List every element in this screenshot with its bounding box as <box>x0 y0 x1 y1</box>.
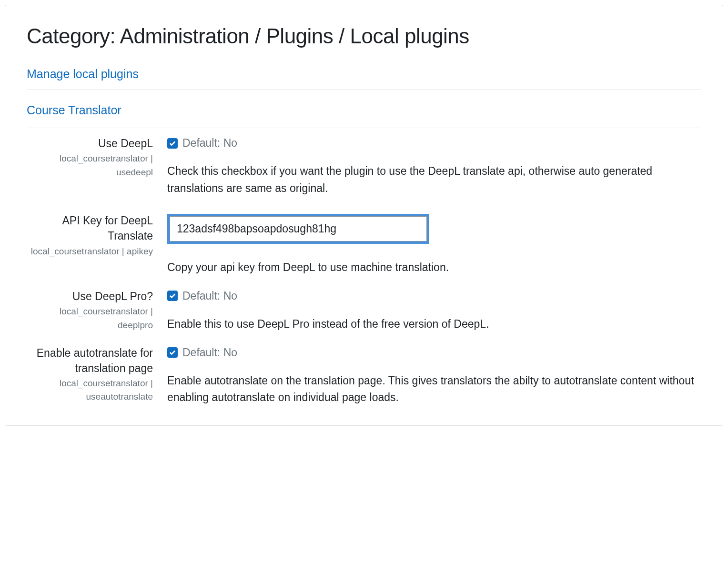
autotranslate-checkbox[interactable] <box>167 347 178 358</box>
setting-control: Default: No Check this checkbox if you w… <box>167 136 701 201</box>
default-text: Default: No <box>182 346 237 359</box>
setting-label-id: local_coursetranslator | useautotranslat… <box>27 377 153 404</box>
setting-row-autotranslate: Enable autotranslate for translation pag… <box>27 338 701 411</box>
usedeepl-checkbox[interactable] <box>167 138 178 149</box>
setting-label-text: Use DeepL Pro? <box>27 289 153 304</box>
checkbox-wrapper: Default: No <box>167 346 701 359</box>
setting-label-text: Use DeepL <box>27 136 153 151</box>
setting-label: Use DeepL local_coursetranslator | usede… <box>27 136 167 179</box>
setting-label: API Key for DeepL Translate local_course… <box>27 213 167 258</box>
checkbox-wrapper: Default: No <box>167 137 701 150</box>
default-text: Default: No <box>182 290 237 302</box>
setting-label-id: local_coursetranslator | usedeepl <box>27 152 153 179</box>
setting-label: Enable autotranslate for translation pag… <box>27 345 167 404</box>
setting-label-text: API Key for DeepL Translate <box>27 213 153 243</box>
setting-control: Default: No Enable autotranslate on the … <box>167 345 701 411</box>
deeplpro-checkbox[interactable] <box>167 291 178 301</box>
check-icon <box>169 140 176 147</box>
settings-panel: Category: Administration / Plugins / Loc… <box>5 5 723 426</box>
setting-row-usedeepl: Use DeepL local_coursetranslator | usede… <box>27 128 701 201</box>
setting-row-deeplpro: Use DeepL Pro? local_coursetranslator | … <box>27 281 701 338</box>
checkbox-wrapper: Default: No <box>167 290 701 302</box>
check-icon <box>169 292 176 299</box>
setting-description: Copy your api key from DeepL to use mach… <box>167 259 701 281</box>
setting-label-id: local_coursetranslator | deeplpro <box>27 305 153 332</box>
apikey-input[interactable] <box>170 216 427 241</box>
setting-control: Default: No Enable this to use DeepL Pro… <box>167 289 701 338</box>
setting-control: Copy your api key from DeepL to use mach… <box>167 213 701 281</box>
setting-description: Enable autotranslate on the translation … <box>167 372 701 411</box>
apikey-input-wrapper <box>167 214 429 244</box>
default-text: Default: No <box>182 137 237 150</box>
setting-row-apikey: API Key for DeepL Translate local_course… <box>27 201 701 281</box>
check-icon <box>169 349 176 356</box>
setting-description: Check this checkbox if you want the plug… <box>167 163 701 201</box>
setting-label: Use DeepL Pro? local_coursetranslator | … <box>27 289 167 332</box>
course-translator-link[interactable]: Course Translator <box>27 90 701 128</box>
manage-local-plugins-link[interactable]: Manage local plugins <box>27 67 701 90</box>
setting-description: Enable this to use DeepL Pro instead of … <box>167 316 701 338</box>
setting-label-id: local_coursetranslator | apikey <box>27 245 153 259</box>
page-title: Category: Administration / Plugins / Loc… <box>27 24 701 48</box>
setting-label-text: Enable autotranslate for translation pag… <box>27 345 153 376</box>
